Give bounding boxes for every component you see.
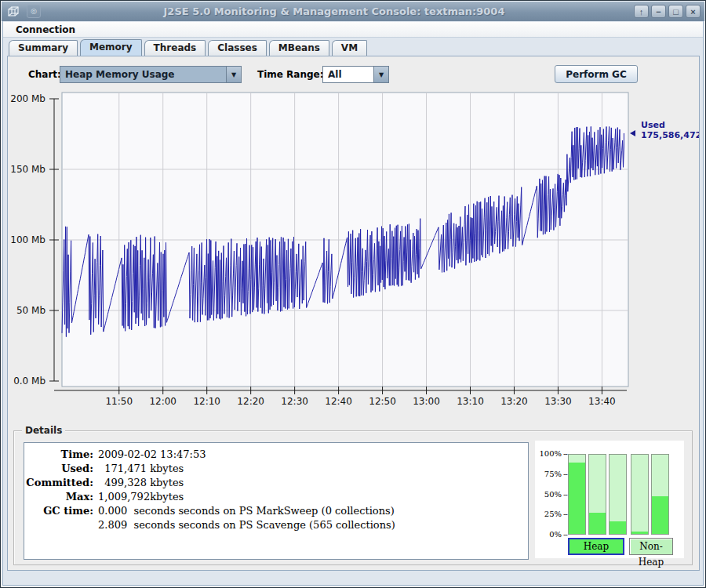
time-range-select[interactable]: All ▼ — [322, 66, 389, 83]
legend-series-value: 175,586,472 — [641, 130, 699, 140]
gauge-scale-label: 0%-- — [535, 530, 573, 539]
tab-threads[interactable]: Threads — [144, 40, 206, 56]
details-row: Time:2009-02-02 13:47:53 — [24, 448, 528, 462]
details-row-text: 0.000 seconds seconds on PS MarkSweep (0… — [98, 505, 395, 517]
memory-tab-panel: Chart: Heap Memory Usage ▼ Time Range: A… — [7, 56, 700, 571]
gauge-scale-tick: -- — [563, 449, 567, 459]
non-heap-button[interactable]: Non-Heap — [629, 538, 673, 555]
gauge-scale-label: 75%-- — [535, 470, 573, 479]
non-heap-gauge-bar[interactable] — [631, 454, 649, 535]
chevron-down-icon[interactable]: ▼ — [226, 67, 241, 82]
perform-gc-button[interactable]: Perform GC — [555, 65, 638, 83]
gauge-scale-text: 75% — [535, 470, 562, 479]
x-tick-label: 12:20 — [237, 396, 264, 407]
details-row-value: 2.809 seconds seconds on PS Scavenge (56… — [98, 518, 395, 532]
tab-mbeans[interactable]: MBeans — [269, 40, 329, 56]
details-row: GC time:0.000 seconds seconds on PS Mark… — [24, 504, 528, 518]
time-range-select-value: All — [323, 67, 373, 82]
x-tick-label: 13:30 — [544, 396, 572, 407]
details-row-label: Used: — [24, 462, 93, 476]
titlebar[interactable]: ◎ J2SE 5.0 Monitoring & Management Conso… — [2, 2, 704, 21]
tab-memory[interactable]: Memory — [80, 39, 142, 56]
heap-gauge-fill — [569, 463, 585, 534]
details-row-label: Max: — [24, 490, 93, 504]
tab-summary[interactable]: Summary — [9, 40, 78, 56]
chart-select[interactable]: Heap Memory Usage ▼ — [60, 66, 242, 83]
gauge-scale-tick: -- — [563, 490, 567, 499]
details-row-text: 2009-02-02 13:47:53 — [98, 448, 206, 460]
x-tick-label: 13:10 — [457, 396, 484, 407]
x-tick-label: 12:10 — [193, 396, 220, 407]
gauge-scale-tick: -- — [563, 510, 567, 519]
window-title: J2SE 5.0 Monitoring & Management Console… — [41, 5, 628, 17]
jconsole-window: ◎ J2SE 5.0 Monitoring & Management Conso… — [0, 0, 706, 588]
y-tick-label: 200 Mb — [10, 93, 45, 104]
heap-gauge-fill — [589, 513, 606, 534]
heap-gauge-bar[interactable] — [568, 454, 586, 535]
details-row-text: kbytes — [147, 463, 184, 474]
minimize-button[interactable]: − — [651, 5, 666, 18]
y-tick-label: 0.0 Mb — [13, 376, 45, 387]
gauge-scale-tick: -- — [563, 530, 567, 539]
x-tick-label: 13:20 — [500, 396, 528, 407]
legend-marker-icon — [630, 130, 635, 136]
details-row-number: 171,471 — [98, 462, 147, 476]
tab-vm[interactable]: VM — [332, 40, 367, 56]
x-tick-label: 12:00 — [149, 396, 176, 407]
x-tick-label: 13:00 — [413, 396, 440, 407]
titlebar-menu-button[interactable]: ◎ — [27, 5, 41, 18]
gauge-scale-label: 25%-- — [535, 510, 573, 519]
close-button[interactable]: × — [686, 5, 701, 18]
details-row-value: 1,009,792 kbytes — [98, 490, 184, 504]
details-row-label: GC time: — [24, 504, 93, 518]
menubar: Connection — [3, 22, 703, 38]
chevron-down-icon[interactable]: ▼ — [373, 67, 388, 82]
details-row: Max:1,009,792 kbytes — [24, 490, 528, 504]
x-tick-label: 12:30 — [281, 396, 308, 407]
x-tick-label: 13:40 — [588, 396, 616, 407]
details-row-label — [24, 518, 93, 532]
gauge-scale-text: 0% — [535, 530, 562, 539]
gauge-scale-text: 50% — [535, 490, 562, 499]
details-row-number: 499,328 — [98, 476, 147, 490]
heap-gauge-bar[interactable] — [588, 454, 606, 535]
y-tick-label: 100 Mb — [10, 234, 45, 245]
y-tick-label: 50 Mb — [16, 305, 45, 316]
gauge-scale-text: 100% — [535, 449, 562, 459]
non-heap-gauge-fill — [631, 532, 648, 534]
details-row-value: 0.000 seconds seconds on PS MarkSweep (0… — [98, 504, 395, 518]
details-row-text: 2.809 seconds seconds on PS Scavenge (56… — [98, 519, 395, 531]
shade-button[interactable]: ↑ — [634, 5, 649, 18]
heap-button[interactable]: Heap — [568, 538, 624, 555]
gauge-scale-label: 50%-- — [535, 490, 573, 499]
details-panel-title: Details — [22, 425, 65, 436]
details-row: 2.809 seconds seconds on PS Scavenge (56… — [24, 518, 528, 532]
window-controls: ↑−□× — [634, 5, 701, 18]
java-cube-icon — [6, 5, 20, 19]
gauge-scale-tick: -- — [563, 470, 567, 479]
legend-series-name: Used — [641, 120, 665, 130]
non-heap-gauge-bar[interactable] — [651, 454, 669, 535]
time-range-label: Time Range: — [257, 66, 324, 83]
details-row: Committed:499,328 kbytes — [24, 476, 528, 490]
tab-classes[interactable]: Classes — [208, 40, 267, 56]
chart-label: Chart: — [28, 66, 61, 83]
tab-bar: SummaryMemoryThreadsClassesMBeansVM — [9, 39, 367, 56]
details-row-value: 499,328 kbytes — [98, 476, 184, 490]
details-row-number: 1,009,792 — [98, 490, 147, 504]
menu-connection[interactable]: Connection — [9, 24, 82, 36]
maximize-button[interactable]: □ — [668, 5, 683, 18]
heap-gauge-bar[interactable] — [609, 454, 627, 535]
details-row-text: kbytes — [147, 477, 184, 488]
details-row-label: Committed: — [24, 476, 93, 490]
gauge-scale-label: 100%-- — [535, 449, 573, 459]
details-row-value: 171,471 kbytes — [98, 462, 184, 476]
details-text: Time:2009-02-02 13:47:53Used:171,471 kby… — [24, 442, 529, 560]
x-tick-label: 12:40 — [325, 396, 352, 407]
x-tick-label: 12:50 — [369, 396, 396, 407]
memory-gauges: 100%--75%--50%--25%--0%--HeapNon-Heap — [535, 441, 684, 558]
details-row-text: kbytes — [147, 491, 184, 503]
chart-select-value: Heap Memory Usage — [60, 67, 226, 82]
heap-memory-usage-chart: 200 Mb150 Mb100 Mb50 Mb0.0 Mb11:5012:001… — [9, 89, 699, 413]
details-row-value: 2009-02-02 13:47:53 — [98, 448, 206, 462]
